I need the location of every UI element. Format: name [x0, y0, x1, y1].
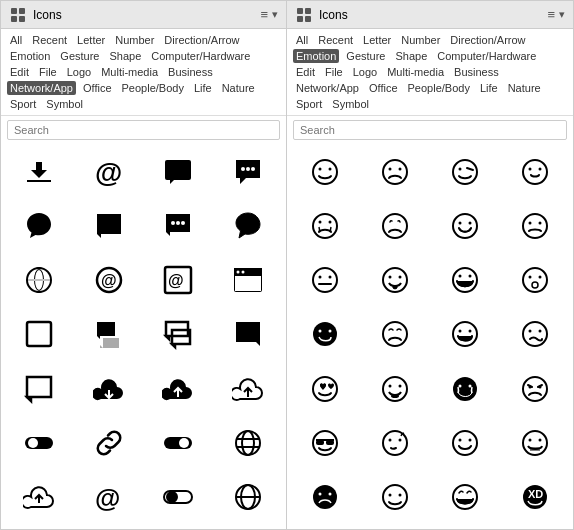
emotion-unhappy[interactable] — [501, 202, 569, 250]
right-search-input[interactable] — [293, 120, 567, 140]
right-tag-all[interactable]: All — [293, 33, 311, 47]
right-tag-file[interactable]: File — [322, 65, 346, 79]
icon-browser-window[interactable] — [214, 256, 282, 304]
icon-link-chain[interactable] — [75, 419, 143, 467]
left-tag-direction[interactable]: Direction/Arrow — [161, 33, 242, 47]
emotion-smile[interactable] — [291, 148, 359, 196]
left-tag-number[interactable]: Number — [112, 33, 157, 47]
icon-cloud-upload[interactable] — [145, 365, 213, 413]
right-tag-sport[interactable]: Sport — [293, 97, 325, 111]
left-tag-edit[interactable]: Edit — [7, 65, 32, 79]
left-tag-symbol[interactable]: Symbol — [43, 97, 86, 111]
left-search-input[interactable] — [7, 120, 280, 140]
left-tag-all[interactable]: All — [7, 33, 25, 47]
left-tag-logo[interactable]: Logo — [64, 65, 94, 79]
right-tag-number[interactable]: Number — [398, 33, 443, 47]
right-tag-logo[interactable]: Logo — [350, 65, 380, 79]
left-tag-business[interactable]: Business — [165, 65, 216, 79]
right-tag-edit[interactable]: Edit — [293, 65, 318, 79]
emotion-grimace[interactable] — [501, 419, 569, 467]
right-tag-shape[interactable]: Shape — [393, 49, 431, 63]
emotion-sad[interactable] — [361, 148, 429, 196]
icon-toggle-off2[interactable] — [145, 473, 213, 521]
right-tag-life[interactable]: Life — [477, 81, 501, 95]
left-tag-letter[interactable]: Letter — [74, 33, 108, 47]
icon-square-outline[interactable] — [5, 310, 73, 358]
emotion-sad2[interactable] — [291, 473, 359, 521]
icon-download[interactable] — [5, 148, 73, 196]
emotion-angry[interactable] — [501, 365, 569, 413]
icon-speech-right[interactable] — [214, 310, 282, 358]
left-tag-office[interactable]: Office — [80, 81, 115, 95]
emotion-cry[interactable] — [291, 202, 359, 250]
icon-at-square2[interactable]: @ — [145, 256, 213, 304]
emotion-surprised[interactable] — [501, 256, 569, 304]
right-tag-computer[interactable]: Computer/Hardware — [434, 49, 539, 63]
emotion-laugh[interactable] — [431, 473, 499, 521]
right-tag-network[interactable]: Network/App — [293, 81, 362, 95]
emotion-cool[interactable] — [291, 419, 359, 467]
left-menu-icon[interactable]: ≡ — [260, 7, 268, 22]
left-tag-life[interactable]: Life — [191, 81, 215, 95]
icon-chat-round[interactable] — [5, 202, 73, 250]
right-tag-letter[interactable]: Letter — [360, 33, 394, 47]
right-chevron-icon[interactable]: ▾ — [559, 8, 565, 21]
left-tag-multimedia[interactable]: Multi-media — [98, 65, 161, 79]
emotion-laugh-cry[interactable] — [431, 365, 499, 413]
icon-chat-square[interactable] — [145, 148, 213, 196]
emotion-thinking[interactable] — [361, 419, 429, 467]
emotion-happy2[interactable] — [431, 419, 499, 467]
emotion-love[interactable] — [291, 365, 359, 413]
emotion-worried[interactable] — [361, 310, 429, 358]
icon-globe-circle[interactable] — [214, 419, 282, 467]
right-tag-nature[interactable]: Nature — [505, 81, 544, 95]
right-menu-icon[interactable]: ≡ — [547, 7, 555, 22]
icon-cloud-upload2[interactable] — [214, 365, 282, 413]
right-tag-recent[interactable]: Recent — [315, 33, 356, 47]
left-tag-shape[interactable]: Shape — [107, 49, 145, 63]
icon-message-balloon[interactable] — [214, 202, 282, 250]
left-tag-computer[interactable]: Computer/Hardware — [148, 49, 253, 63]
right-tag-direction[interactable]: Direction/Arrow — [447, 33, 528, 47]
emotion-silly[interactable] — [361, 365, 429, 413]
left-chevron-icon[interactable]: ▾ — [272, 8, 278, 21]
left-tag-nature[interactable]: Nature — [219, 81, 258, 95]
icon-toggle-on[interactable] — [145, 419, 213, 467]
left-tag-people[interactable]: People/Body — [119, 81, 187, 95]
right-tag-gesture[interactable]: Gesture — [343, 49, 388, 63]
right-tag-business[interactable]: Business — [451, 65, 502, 79]
left-tag-emotion[interactable]: Emotion — [7, 49, 53, 63]
right-tag-multimedia[interactable]: Multi-media — [384, 65, 447, 79]
right-tag-emotion[interactable]: Emotion — [293, 49, 339, 63]
icon-globe-outline[interactable] — [214, 473, 282, 521]
right-tag-symbol[interactable]: Symbol — [329, 97, 372, 111]
emotion-wink[interactable] — [431, 148, 499, 196]
left-tag-network[interactable]: Network/App — [7, 81, 76, 95]
emotion-confused[interactable] — [501, 310, 569, 358]
icon-at[interactable]: @ — [75, 148, 143, 196]
emotion-sad-frown[interactable] — [361, 202, 429, 250]
icon-speech-dots[interactable] — [214, 148, 282, 196]
icon-typing-dots[interactable] — [145, 202, 213, 250]
emotion-expressionless[interactable] — [291, 256, 359, 304]
emotion-open-smile[interactable] — [431, 202, 499, 250]
icon-at3[interactable]: @ — [75, 473, 143, 521]
icon-chat-outline[interactable] — [5, 365, 73, 413]
icon-toggle-off[interactable] — [5, 419, 73, 467]
right-tag-office[interactable]: Office — [366, 81, 401, 95]
emotion-big-smile[interactable] — [431, 256, 499, 304]
emotion-grin[interactable] — [431, 310, 499, 358]
left-tag-gesture[interactable]: Gesture — [57, 49, 102, 63]
left-tag-sport[interactable]: Sport — [7, 97, 39, 111]
icon-cloud-upload3[interactable] — [5, 473, 73, 521]
left-tag-recent[interactable]: Recent — [29, 33, 70, 47]
icon-at-circle[interactable]: @ — [75, 256, 143, 304]
icon-chat-reply[interactable] — [145, 310, 213, 358]
right-tag-people[interactable]: People/Body — [405, 81, 473, 95]
left-tag-file[interactable]: File — [36, 65, 60, 79]
emotion-xd[interactable]: XD — [501, 473, 569, 521]
emotion-tongue[interactable] — [361, 256, 429, 304]
emotion-neutral[interactable] — [361, 473, 429, 521]
emotion-slight-smile[interactable] — [501, 148, 569, 196]
icon-cloud-download[interactable] — [75, 365, 143, 413]
